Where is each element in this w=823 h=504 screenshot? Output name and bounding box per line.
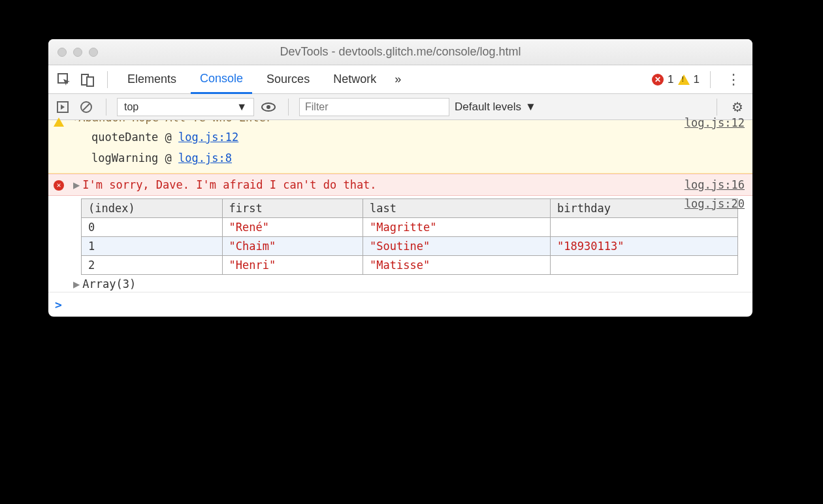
more-menu-icon[interactable]: ⋮ (721, 71, 746, 88)
device-toolbar-icon[interactable] (78, 71, 97, 89)
inspect-element-icon[interactable] (55, 71, 73, 89)
warning-count: 1 (694, 73, 700, 86)
tab-sources[interactable]: Sources (257, 65, 319, 94)
col-first[interactable]: first (222, 198, 363, 217)
filter-input[interactable] (299, 98, 449, 116)
console-error-entry[interactable]: ✕ ▶I'm sorry, Dave. I'm afraid I can't d… (48, 174, 752, 196)
zoom-window-button[interactable] (89, 48, 98, 57)
close-window-button[interactable] (57, 48, 67, 57)
chevron-down-icon: ▼ (525, 101, 536, 114)
live-expression-icon[interactable] (259, 98, 278, 116)
issue-counts[interactable]: ✕ 1 1 (652, 73, 700, 86)
console-warning-entry[interactable]: ▾Abandon Hope All Ye Who Enter log.js:12… (48, 120, 752, 174)
stack-link[interactable]: log.js:8 (178, 151, 232, 165)
console-settings-icon[interactable]: ⚙ (728, 99, 747, 115)
console-toolbar: top ▼ Default levels ▼ ⚙ (48, 94, 752, 120)
execution-context-select[interactable]: top ▼ (117, 98, 254, 116)
clear-console-icon[interactable] (77, 98, 95, 116)
window-controls (48, 48, 98, 57)
warning-icon (678, 74, 690, 85)
stack-frame: logWarning @ log.js:8 (55, 148, 746, 168)
devtools-tabbar: Elements Console Sources Network » ✕ 1 1… (48, 65, 752, 94)
col-last[interactable]: last (363, 198, 551, 217)
array-summary[interactable]: ▶Array(3) (55, 277, 746, 291)
divider (106, 99, 106, 116)
svg-line-5 (83, 104, 89, 110)
source-link[interactable]: log.js:20 (685, 197, 745, 210)
warning-text: ▾Abandon Hope All Ye Who Enter (72, 120, 272, 124)
stack-frame: quoteDante @ log.js:12 (55, 127, 746, 148)
error-count: 1 (668, 73, 673, 86)
table-row[interactable]: 1 "Chaim" "Soutine" "18930113" (82, 236, 738, 255)
tabs-overflow-button[interactable]: » (391, 65, 405, 94)
table-row[interactable]: 0 "René" "Magritte" (82, 217, 738, 236)
levels-label: Default levels (455, 101, 521, 114)
table-row[interactable]: 2 "Henri" "Matisse" (82, 255, 738, 274)
divider (288, 99, 289, 116)
devtools-window: DevTools - devtools.glitch.me/console/lo… (48, 39, 752, 317)
source-link[interactable]: log.js:16 (685, 178, 745, 191)
window-title: DevTools - devtools.glitch.me/console/lo… (48, 45, 752, 59)
prompt-chevron-icon: > (55, 298, 62, 311)
col-index[interactable]: (index) (82, 198, 223, 217)
chevron-down-icon: ▼ (236, 101, 247, 113)
tab-network[interactable]: Network (324, 65, 385, 94)
divider (717, 99, 717, 116)
tab-console[interactable]: Console (191, 65, 252, 94)
log-levels-select[interactable]: Default levels ▼ (455, 101, 536, 114)
error-icon: ✕ (54, 180, 64, 191)
svg-rect-2 (87, 77, 93, 86)
console-table-entry: log.js:20 (index) first last birthday 0 … (48, 196, 752, 292)
stack-link[interactable]: log.js:12 (178, 131, 238, 144)
divider (107, 71, 108, 88)
error-icon: ✕ (652, 74, 664, 86)
source-link[interactable]: log.js:12 (685, 116, 745, 129)
error-text: ▶I'm sorry, Dave. I'm afraid I can't do … (55, 178, 377, 191)
titlebar: DevTools - devtools.glitch.me/console/lo… (48, 39, 752, 65)
minimize-window-button[interactable] (73, 48, 82, 57)
console-prompt[interactable]: > (48, 292, 752, 317)
divider (710, 71, 711, 88)
tab-elements[interactable]: Elements (118, 65, 186, 94)
console-table: (index) first last birthday 0 "René" "Ma… (81, 198, 738, 275)
expand-icon[interactable]: ▶ (73, 178, 80, 191)
svg-point-7 (266, 105, 270, 109)
toggle-sidebar-icon[interactable] (54, 98, 72, 116)
expand-icon[interactable]: ▶ (73, 277, 80, 291)
context-value: top (124, 101, 138, 113)
